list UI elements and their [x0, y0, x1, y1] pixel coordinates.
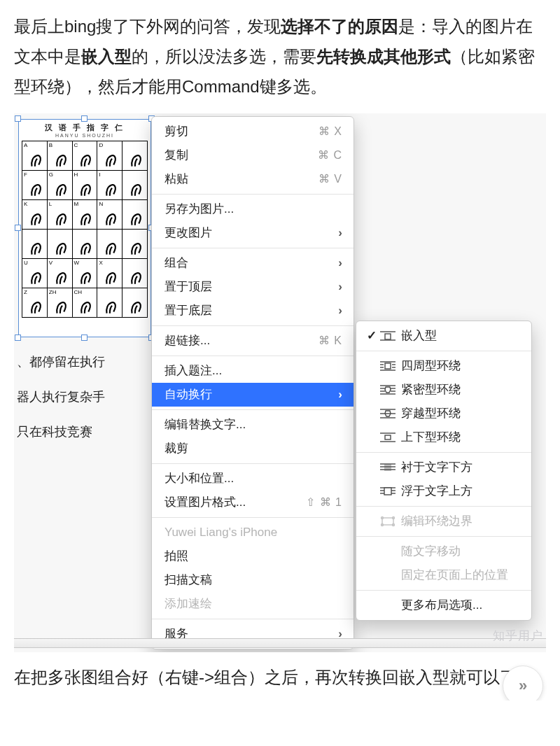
chart-cell — [122, 230, 148, 259]
menu-item-copy[interactable]: 复制⌘ C — [152, 143, 354, 167]
chart-cell: N — [97, 200, 122, 230]
resize-handle[interactable] — [15, 115, 21, 122]
watermark: 知乎用户 — [493, 628, 543, 644]
menu-item-wrap-text[interactable]: 自动换行› — [152, 383, 354, 407]
wrap-through-icon — [379, 407, 397, 420]
context-menu: 剪切⌘ X 复制⌘ C 粘贴⌘ V 另存为图片... 更改图片› 组合› 置于顶… — [151, 116, 354, 649]
submenu-item-fix-on-page: 固定在页面上的位置 — [356, 563, 531, 587]
svg-rect-29 — [384, 488, 391, 495]
menu-item-take-photo[interactable]: 拍照 — [152, 544, 354, 568]
chart-cell: U — [22, 259, 48, 288]
menu-item-scan-documents[interactable]: 扫描文稿 — [152, 568, 354, 592]
chart-cell: L — [48, 200, 73, 230]
wrap-top-bottom-icon — [379, 431, 397, 444]
chart-cell — [48, 230, 73, 259]
chart-cell: B — [48, 141, 73, 171]
chart-cell — [122, 288, 148, 318]
text-line: 只在科技竞赛 — [17, 414, 150, 449]
chart-cell: K — [22, 200, 48, 230]
menu-item-paste[interactable]: 粘贴⌘ V — [152, 167, 354, 191]
chart-cell: W — [73, 259, 98, 288]
submenu-item-inline[interactable]: ✓ 嵌入型 — [356, 324, 531, 348]
menu-item-add-sketch: 添加速绘 — [152, 592, 354, 616]
screenshot-area: 汉 语 手 指 字 仁 HANYU SHOUZHI ABCDFGHIKLMNUV… — [14, 113, 546, 652]
wrap-inline-icon — [379, 330, 397, 342]
menu-item-edit-alt-text[interactable]: 编辑替换文字... — [152, 413, 354, 437]
menu-item-change-picture[interactable]: 更改图片› — [152, 221, 354, 245]
chart-cell: A — [22, 141, 48, 171]
wrap-text-submenu: ✓ 嵌入型 四周型环绕 紧密型环绕 穿越型环绕 上下型环绕 — [356, 321, 532, 621]
text-line: 器人执行复杂手 — [17, 379, 150, 414]
chart-cell: H — [73, 171, 98, 200]
chart-cell — [122, 141, 148, 171]
menu-item-cut[interactable]: 剪切⌘ X — [152, 120, 354, 143]
submenu-item-tight[interactable]: 紧密型环绕 — [356, 378, 531, 402]
submenu-item-behind-text[interactable]: 衬于文字下方 — [356, 456, 531, 479]
chevron-double-right-icon: » — [519, 677, 527, 695]
text: 最后上bing搜了下外网的问答，发现 — [14, 17, 281, 36]
svg-rect-1 — [385, 334, 391, 339]
bold-text: 选择不了的原因 — [281, 17, 398, 36]
horizontal-scrollbar[interactable] — [14, 638, 546, 648]
menu-item-hyperlink[interactable]: 超链接...⌘ K — [152, 329, 354, 353]
text: 的，所以没法多选，需要 — [132, 47, 316, 66]
selected-image[interactable]: 汉 语 手 指 字 仁 HANYU SHOUZHI ABCDFGHIKLMNUV… — [18, 119, 151, 337]
chart-cell — [73, 230, 98, 259]
chart-cell: M — [73, 200, 98, 230]
chart-cell: CH — [73, 288, 98, 318]
chart-cell: ZH — [48, 288, 73, 318]
submenu-item-edit-wrap-points: 编辑环绕边界 — [356, 509, 531, 533]
menu-item-size-position[interactable]: 大小和位置... — [152, 467, 354, 491]
menu-item-crop[interactable]: 裁剪 — [152, 437, 354, 460]
chart-cell: G — [48, 171, 73, 200]
edit-wrap-points-icon — [379, 515, 397, 528]
svg-rect-30 — [382, 518, 393, 525]
wrap-front-icon — [379, 485, 397, 498]
chart-cell — [122, 171, 148, 200]
chart-cell — [122, 200, 148, 230]
svg-rect-6 — [385, 363, 391, 369]
submenu-item-top-bottom[interactable]: 上下型环绕 — [356, 425, 531, 449]
resize-handle[interactable] — [15, 225, 21, 231]
chart-cell — [122, 259, 148, 288]
submenu-item-square[interactable]: 四周型环绕 — [356, 354, 531, 378]
chart-cell: D — [97, 141, 122, 171]
menu-item-iphone: Yuwei Liang's iPhone — [152, 521, 354, 544]
menu-item-format-picture[interactable]: 设置图片格式...⇧ ⌘ 1 — [152, 491, 354, 514]
menu-item-save-as-picture[interactable]: 另存为图片... — [152, 197, 354, 221]
menu-item-group[interactable]: 组合› — [152, 251, 354, 275]
article-paragraph-2: 在把多张图组合好（右键->组合）之后，再次转换回嵌入型就可以了。 — [0, 658, 560, 701]
menu-item-send-back[interactable]: 置于底层› — [152, 299, 354, 323]
chart-cell — [97, 288, 122, 318]
article-paragraph-1: 最后上bing搜了下外网的问答，发现选择不了的原因是：导入的图片在文本中是嵌入型… — [0, 0, 560, 111]
chart-cell: V — [48, 259, 73, 288]
bold-text: 先转换成其他形式 — [316, 47, 451, 66]
bold-text: 嵌入型 — [81, 47, 132, 66]
menu-item-insert-caption[interactable]: 插入题注... — [152, 359, 354, 383]
menu-item-bring-front[interactable]: 置于顶层› — [152, 275, 354, 299]
chart-cell — [97, 230, 122, 259]
resize-handle[interactable] — [15, 335, 21, 341]
submenu-item-move-with-text: 随文字移动 — [356, 540, 531, 563]
submenu-item-front-text[interactable]: 浮于文字上方 — [356, 479, 531, 503]
resize-handle[interactable] — [81, 115, 88, 122]
text-line: 、都停留在执行 — [17, 344, 150, 379]
submenu-item-through[interactable]: 穿越型环绕 — [356, 402, 531, 425]
svg-rect-20 — [385, 435, 391, 439]
chart-cell: Z — [22, 288, 48, 318]
sign-language-chart: 汉 语 手 指 字 仁 HANYU SHOUZHI ABCDFGHIKLMNUV… — [18, 119, 151, 337]
wrap-square-icon — [379, 360, 397, 372]
chart-cell — [22, 230, 48, 259]
chart-cell: I — [97, 171, 122, 200]
chart-cell: F — [22, 171, 48, 200]
resize-handle[interactable] — [81, 335, 88, 341]
document-body-text: 、都停留在执行 器人执行复杂手 只在科技竞赛 — [17, 344, 150, 450]
chart-cell: C — [73, 141, 98, 171]
chart-cell: X — [97, 259, 122, 288]
wrap-behind-icon — [379, 461, 397, 474]
chart-subtitle: HANYU SHOUZHI — [19, 133, 150, 138]
wrap-tight-icon — [379, 383, 397, 396]
submenu-item-more-layout[interactable]: 更多布局选项... — [356, 593, 531, 617]
